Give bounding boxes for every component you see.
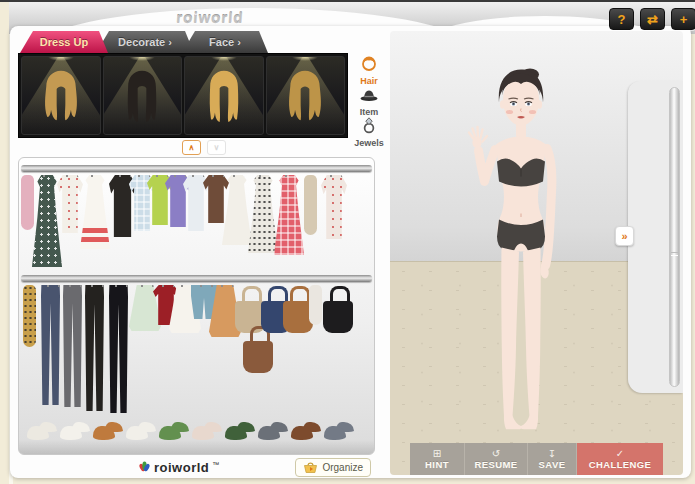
pager: ∧ ∨ xyxy=(18,139,390,155)
drawer-expander-button[interactable]: » xyxy=(615,226,634,246)
closet-item-dress[interactable] xyxy=(79,175,111,249)
challenge-icon: ✓ xyxy=(616,449,624,458)
tab-bar: Dress UpDecorate ›Face › xyxy=(20,31,268,53)
closet-item-shoes[interactable] xyxy=(192,426,214,440)
resume-icon: ↺ xyxy=(492,449,500,458)
closet-item-scarf[interactable] xyxy=(23,285,36,347)
save-icon: ↧ xyxy=(548,449,556,458)
game-window: Dress UpDecorate ›Face › HairItemJewels … xyxy=(10,26,691,478)
footer-brand-text: roiworld xyxy=(154,460,209,475)
closet-item-shoes[interactable] xyxy=(291,426,313,440)
closet-item-shoes[interactable] xyxy=(60,426,82,440)
category-label: Item xyxy=(360,107,379,117)
add-icon: + xyxy=(680,12,688,27)
tab-dress-up[interactable]: Dress Up xyxy=(20,31,108,53)
action-button-label: SAVE xyxy=(539,459,566,470)
closet-item-shoes[interactable] xyxy=(93,426,115,440)
closet-item-bag[interactable] xyxy=(323,301,353,333)
closet-item-pants[interactable] xyxy=(63,285,82,407)
hair-thumbnail xyxy=(35,65,87,127)
hair-panel xyxy=(18,53,348,138)
closet-item-shoes[interactable] xyxy=(159,426,181,440)
closet-item-scarf[interactable] xyxy=(304,175,317,235)
action-button-label: CHALLENGE xyxy=(589,459,652,470)
closet-item-scarf[interactable] xyxy=(309,285,322,325)
hair-thumbnail xyxy=(279,65,331,127)
footer-brand-tm: ™ xyxy=(212,461,219,468)
drawer-scrollbar[interactable] xyxy=(669,87,680,387)
action-button-label: HINT xyxy=(425,459,449,470)
closet-item-dress[interactable] xyxy=(247,175,279,253)
hair-thumbnail xyxy=(198,65,250,127)
category-hair[interactable]: Hair xyxy=(348,55,390,86)
window-top-edge xyxy=(0,0,695,2)
closet-item-top[interactable] xyxy=(321,175,347,239)
wardrobe-panel: Dress UpDecorate ›Face › HairItemJewels … xyxy=(18,31,390,475)
action-bar: ⊞HINT↺RESUME↧SAVE✓CHALLENGE xyxy=(410,443,663,475)
closet-item-shoes[interactable] xyxy=(225,426,247,440)
category-label: Hair xyxy=(360,76,378,86)
organize-basket-icon xyxy=(303,461,318,474)
save-button[interactable]: ↧SAVE xyxy=(528,443,577,475)
closet-item-scarf[interactable] xyxy=(21,175,34,230)
closet-item-bag[interactable] xyxy=(243,341,273,373)
action-button-label: RESUME xyxy=(474,459,517,470)
refresh-icon: ⇄ xyxy=(647,12,658,27)
category-label: Jewels xyxy=(354,138,384,148)
pager-down-button[interactable]: ∨ xyxy=(207,140,226,155)
jewels-icon xyxy=(359,117,379,138)
closet-rail xyxy=(21,165,372,172)
refresh-button[interactable]: ⇄ xyxy=(640,8,665,30)
add-button[interactable]: + xyxy=(671,8,695,30)
closet-item-shoes[interactable] xyxy=(27,426,49,440)
item-icon xyxy=(359,86,379,107)
category-item[interactable]: Item xyxy=(348,86,390,117)
tab-face[interactable]: Face › xyxy=(182,31,268,53)
brand-logo: roiworld xyxy=(149,9,270,26)
closet-item-top[interactable] xyxy=(57,175,83,233)
hair-slot-long-black[interactable] xyxy=(103,56,183,135)
closet-item-shoes[interactable] xyxy=(324,426,346,440)
help-button[interactable]: ? xyxy=(609,8,634,30)
closet-item-pants[interactable] xyxy=(41,285,60,405)
closet-item-pants[interactable] xyxy=(109,285,128,413)
tab-decorate[interactable]: Decorate › xyxy=(96,31,194,53)
closet xyxy=(18,157,375,455)
hint-button[interactable]: ⊞HINT xyxy=(410,443,465,475)
organize-label: Organize xyxy=(322,462,363,473)
closet-shoes-row xyxy=(27,426,346,440)
closet-item-shoes[interactable] xyxy=(258,426,280,440)
category-sidebar: HairItemJewels xyxy=(348,53,390,138)
hair-slot-list xyxy=(21,56,345,135)
roiworld-logo: roiworld ™ xyxy=(138,460,219,475)
expander-arrow-icon: » xyxy=(621,230,627,242)
hair-slot-straight-blonde[interactable] xyxy=(184,56,264,135)
hint-icon: ⊞ xyxy=(433,449,441,458)
closet-item-top[interactable] xyxy=(203,175,229,223)
roiworld-logo-icon xyxy=(138,460,151,474)
closet-item-shoes[interactable] xyxy=(126,426,148,440)
hair-thumbnail xyxy=(116,65,168,127)
organize-button[interactable]: Organize xyxy=(295,458,371,477)
closet-rail xyxy=(21,275,372,282)
window-controls: ?⇄+ xyxy=(609,8,695,30)
pager-up-button[interactable]: ∧ xyxy=(182,140,201,155)
character-model[interactable] xyxy=(446,57,596,457)
help-icon: ? xyxy=(618,12,626,27)
panel-footer: roiworld ™ Organize xyxy=(18,457,375,477)
closet-shade xyxy=(19,440,374,454)
resume-button[interactable]: ↺RESUME xyxy=(465,443,528,475)
category-jewels[interactable]: Jewels xyxy=(348,117,390,148)
hair-icon xyxy=(359,55,379,76)
stage: » ⊞HINT↺RESUME↧SAVE✓CHALLENGE xyxy=(390,31,683,475)
closet-item-dress[interactable] xyxy=(273,175,305,255)
challenge-button[interactable]: ✓CHALLENGE xyxy=(577,443,663,475)
closet-item-pants[interactable] xyxy=(85,285,104,411)
closet-item-dress[interactable] xyxy=(31,175,63,267)
hair-slot-wavy-blonde[interactable] xyxy=(21,56,101,135)
collapsed-side-drawer xyxy=(628,81,683,393)
hair-slot-curly-blonde[interactable] xyxy=(266,56,346,135)
